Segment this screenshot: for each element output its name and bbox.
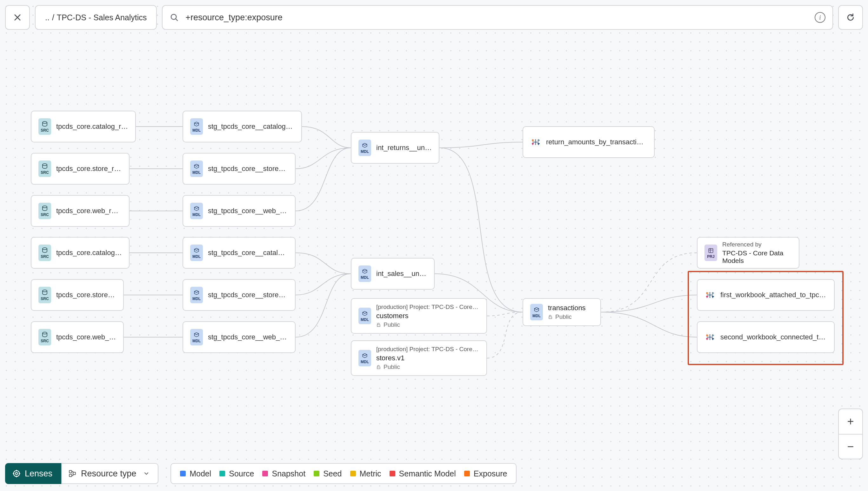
node-source[interactable]: SRC tpcds_core.store_sales [31, 279, 124, 311]
node-source[interactable]: SRC tpcds_core.web_returns [31, 195, 130, 227]
legend-item: Model [180, 469, 211, 478]
node-referenced-by[interactable]: PRJ Referenced by TPC-DS - Core Data Mod… [697, 237, 799, 269]
refresh-icon [846, 13, 855, 22]
breadcrumb-prefix: .. [45, 13, 50, 22]
unlock-icon [376, 323, 381, 327]
chevron-down-icon [143, 470, 150, 477]
legend-label: Model [190, 469, 211, 478]
svg-point-2 [43, 164, 47, 166]
node-access: Public [376, 364, 480, 371]
node-label: stg_tpcds_core__store_sales [208, 291, 288, 299]
node-label: tpcds_core.web_returns [56, 207, 122, 215]
node-model[interactable]: MDL stg_tpcds_core__catalog_returns [183, 111, 302, 142]
breadcrumb[interactable]: .. / TPC-DS - Sales Analytics [35, 5, 157, 30]
node-source[interactable]: SRC tpcds_core.catalog_sales [31, 237, 130, 269]
node-source[interactable]: SRC tpcds_core.catalog_returns [31, 111, 136, 142]
unlock-icon [376, 365, 381, 370]
zoom-in-button[interactable]: + [839, 409, 862, 434]
node-ext-stores[interactable]: MDL [production] Project: TPC-DS - Core … [351, 340, 487, 376]
info-icon[interactable]: i [815, 12, 825, 23]
node-model[interactable]: MDL stg_tpcds_core__store_sales [183, 279, 296, 311]
lens-icon [12, 469, 21, 478]
unlock-icon [548, 315, 553, 319]
lenses-button[interactable]: Lenses [5, 463, 61, 484]
node-model[interactable]: MDL stg_tpcds_core__web_sales [183, 321, 296, 353]
mdl-badge: MDL [358, 265, 371, 282]
legend-item: Semantic Model [389, 469, 456, 478]
node-transactions[interactable]: MDL transactions Public [522, 298, 601, 326]
resource-type-label: Resource type [81, 469, 136, 479]
legend-label: Metric [360, 469, 381, 478]
legend-item: Exposure [464, 469, 507, 478]
node-source[interactable]: SRC tpcds_core.web_sales [31, 321, 124, 353]
node-eyebrow: [production] Project: TPC-DS - Core Data… [376, 304, 480, 311]
legend-swatch [262, 471, 268, 476]
node-exposure-return-amounts[interactable]: return_amounts_by_transaction_type [522, 126, 655, 158]
search-input[interactable] [185, 12, 809, 23]
node-label: first_workbook_attached_to_tpc-ds_-_… [721, 291, 827, 299]
node-model-int-sales[interactable]: MDL int_sales__unioned [351, 258, 435, 290]
legend-label: Seed [323, 469, 342, 478]
zoom-out-button[interactable]: − [839, 434, 862, 459]
search-bar[interactable]: i [162, 5, 833, 30]
legend-label: Snapshot [272, 469, 305, 478]
src-badge: SRC [38, 203, 51, 219]
node-title: transactions [548, 304, 586, 312]
mdl-badge: MDL [358, 308, 371, 324]
prj-badge: PRJ [705, 244, 717, 261]
src-badge: SRC [38, 287, 51, 303]
close-button[interactable] [5, 5, 30, 30]
mdl-badge: MDL [190, 287, 203, 303]
node-ext-customers[interactable]: MDL [production] Project: TPC-DS - Core … [351, 298, 487, 334]
svg-point-4 [43, 248, 47, 250]
mdl-badge: MDL [190, 329, 203, 345]
resource-type-icon [68, 469, 77, 478]
node-exposure-wb1[interactable]: first_workbook_attached_to_tpc-ds_-_… [697, 279, 835, 311]
svg-point-1 [43, 121, 47, 123]
legend-item: Seed [314, 469, 342, 478]
src-badge: SRC [38, 118, 51, 135]
node-model[interactable]: MDL stg_tpcds_core__store_returns [183, 153, 296, 184]
tableau-icon [705, 332, 715, 343]
legend: ModelSourceSnapshotSeedMetricSemantic Mo… [170, 463, 517, 484]
node-access: Public [548, 313, 586, 320]
node-label: tpcds_core.catalog_sales [56, 249, 122, 257]
svg-point-8 [13, 471, 20, 477]
mdl-badge: MDL [190, 244, 203, 261]
node-label: tpcds_core.web_sales [56, 333, 116, 341]
node-model[interactable]: MDL stg_tpcds_core__web_returns [183, 195, 296, 227]
breadcrumb-current: TPC-DS - Sales Analytics [57, 13, 147, 22]
src-badge: SRC [38, 161, 51, 177]
legend-swatch [464, 471, 470, 476]
legend-item: Snapshot [262, 469, 305, 478]
legend-item: Metric [350, 469, 381, 478]
svg-rect-12 [73, 472, 76, 475]
node-label: return_amounts_by_transaction_type [546, 138, 647, 146]
node-model[interactable]: MDL stg_tpcds_core__catalog_sales [183, 237, 296, 269]
node-label: int_returns__unioned [376, 144, 432, 152]
close-icon [13, 13, 22, 22]
legend-item: Source [219, 469, 254, 478]
tableau-icon [530, 137, 541, 147]
legend-swatch [219, 471, 225, 476]
zoom-controls: + − [838, 408, 863, 459]
node-exposure-wb2[interactable]: second_workbook_connected_to_live… [697, 321, 835, 353]
svg-point-6 [43, 332, 47, 334]
node-label: stg_tpcds_core__web_sales [208, 333, 288, 341]
src-badge: SRC [38, 244, 51, 261]
legend-swatch [389, 471, 395, 476]
svg-rect-10 [69, 470, 72, 473]
svg-rect-7 [709, 248, 713, 253]
referenced-label: Referenced by [722, 241, 792, 248]
legend-swatch [180, 471, 186, 476]
svg-rect-11 [69, 474, 72, 477]
svg-point-3 [43, 206, 47, 208]
refresh-button[interactable] [838, 5, 863, 30]
resource-type-dropdown[interactable]: Resource type [61, 463, 158, 484]
node-source[interactable]: SRC tpcds_core.store_returns [31, 153, 130, 184]
mdl-badge: MDL [190, 118, 203, 135]
node-label: tpcds_core.store_returns [56, 165, 122, 173]
node-label: stg_tpcds_core__store_returns [208, 165, 288, 173]
node-model-int-returns[interactable]: MDL int_returns__unioned [351, 132, 439, 164]
src-badge: SRC [38, 329, 51, 345]
